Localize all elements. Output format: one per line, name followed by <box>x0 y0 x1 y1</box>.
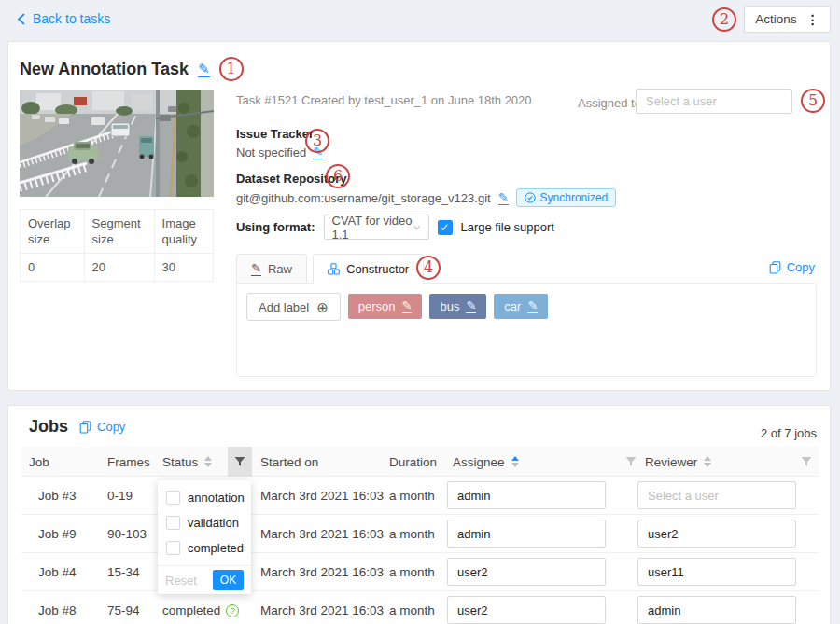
copy-jobs-button[interactable]: Copy <box>79 420 125 434</box>
reviewer-input[interactable] <box>637 481 796 509</box>
format-select-value: CVAT for video 1.1 <box>332 214 414 242</box>
filter-option-completed-label: completed <box>188 541 244 555</box>
reviewer-input[interactable] <box>637 520 796 548</box>
filter-option-annotation[interactable]: annotation <box>158 485 251 510</box>
format-select[interactable]: CVAT for video 1.1 <box>324 215 429 240</box>
filter-option-annotation-label: annotation <box>188 491 245 505</box>
plus-circle-icon: ⊕ <box>316 300 329 314</box>
reviewer-input[interactable] <box>637 596 796 624</box>
started-cell: March 3rd 2021 16:03 <box>260 553 384 591</box>
annotation-circle-1: 1 <box>219 57 244 81</box>
jobs-card: Jobs Copy 2 of 7 jobs Job Frames Status … <box>7 405 831 624</box>
copy-labels-button[interactable]: Copy <box>769 260 815 274</box>
col-frames: Frames <box>107 447 150 477</box>
label-constructor-panel: Add label ⊕ person ✎ bus ✎ car ✎ <box>236 283 817 377</box>
assignee-input[interactable] <box>447 596 606 624</box>
job-link[interactable]: Job #9 <box>38 515 77 553</box>
col-reviewer[interactable]: Reviewer <box>645 447 711 477</box>
frames-cell: 90-103 <box>107 515 147 553</box>
status-filter-dropdown: annotation validation completed Reset OK <box>158 480 251 594</box>
copy-jobs-label: Copy <box>97 420 125 434</box>
annotation-circle-4: 4 <box>416 256 441 280</box>
reviewer-sorter-icon[interactable] <box>704 456 711 467</box>
label-tag-bus-name: bus <box>440 299 459 313</box>
started-cell: March 3rd 2021 16:03 <box>260 591 384 624</box>
filter-ok-button[interactable]: OK <box>213 570 244 590</box>
actions-button[interactable]: Actions ⋮ <box>744 6 831 33</box>
label-tag-car[interactable]: car ✎ <box>494 294 548 319</box>
checkbox-validation[interactable] <box>166 516 180 530</box>
annotation-circle-3: 3 <box>305 129 329 153</box>
repository-url: git@github.com:username/git_storage_v123… <box>236 191 491 205</box>
task-preview-image <box>20 90 214 197</box>
checkbox-completed[interactable] <box>166 541 180 555</box>
job-link[interactable]: Job #3 <box>38 477 77 515</box>
back-to-tasks-link[interactable]: Back to tasks <box>17 11 110 26</box>
col-reviewer-label: Reviewer <box>645 455 697 469</box>
large-file-label: Large file support <box>461 220 554 234</box>
cvat-task-page: Back to tasks 2 Actions ⋮ New Annotation… <box>0 0 840 624</box>
label-tag-car-name: car <box>504 299 521 313</box>
edit-label-person-icon[interactable]: ✎ <box>402 299 413 313</box>
more-icon: ⋮ <box>806 12 819 27</box>
assignee-input[interactable] <box>447 520 606 548</box>
frames-cell: 75-94 <box>107 591 140 624</box>
col-assignee-label: Assignee <box>453 455 505 469</box>
frames-cell: 0-19 <box>107 477 133 515</box>
task-meta: Task #1521 Created by test_user_1 on Jun… <box>236 93 532 107</box>
param-value-segment: 20 <box>84 254 154 282</box>
reviewer-filter-icon[interactable] <box>794 447 819 477</box>
status-sorter-icon[interactable] <box>204 456 212 467</box>
chevron-left-icon <box>17 13 25 25</box>
filter-reset-button[interactable]: Reset <box>165 574 197 588</box>
copy-icon <box>79 421 91 434</box>
assignee-filter-icon[interactable] <box>619 447 643 477</box>
status-completed-label: completed <box>162 603 220 617</box>
sync-status-badge: Synchronized <box>516 188 617 207</box>
add-label-button[interactable]: Add label ⊕ <box>246 293 341 321</box>
check-circle-icon <box>525 192 536 203</box>
filter-option-validation[interactable]: validation <box>158 510 251 535</box>
task-title: New Annotation Task <box>20 60 189 79</box>
annotation-circle-5: 5 <box>801 89 825 113</box>
started-cell: March 3rd 2021 16:03 <box>260 515 384 553</box>
status-cell: completed ? <box>162 591 239 624</box>
frames-cell: 15-34 <box>107 553 140 591</box>
col-status[interactable]: Status <box>162 447 212 477</box>
label-tag-bus[interactable]: bus ✎ <box>429 294 486 319</box>
label-tag-person[interactable]: person ✎ <box>348 294 423 319</box>
assignee-select-input[interactable] <box>636 89 792 114</box>
jobs-count: 2 of 7 jobs <box>761 426 817 440</box>
build-icon <box>328 263 340 275</box>
param-header-overlap: Overlap size <box>21 210 85 254</box>
checkbox-annotation[interactable] <box>166 491 180 505</box>
tab-constructor[interactable]: Constructor <box>313 254 424 284</box>
reviewer-input[interactable] <box>637 558 796 586</box>
label-editor-tabs: ✎ Raw Constructor 4 Copy <box>236 254 817 284</box>
assignee-input[interactable] <box>447 481 606 509</box>
filter-option-validation-label: validation <box>188 516 239 530</box>
jobs-title: Jobs <box>29 417 68 437</box>
traffic-scene-illustration <box>20 90 214 197</box>
tab-raw[interactable]: ✎ Raw <box>236 254 307 284</box>
edit-repository-icon[interactable]: ✎ <box>498 191 509 205</box>
col-status-label: Status <box>162 455 198 469</box>
job-link[interactable]: Job #8 <box>38 591 77 624</box>
col-assignee[interactable]: Assignee <box>453 447 519 477</box>
edit-title-icon[interactable]: ✎ <box>198 62 210 77</box>
job-link[interactable]: Job #4 <box>38 553 77 591</box>
edit-label-bus-icon[interactable]: ✎ <box>466 299 476 313</box>
duration-cell: a month <box>389 477 435 515</box>
annotation-circle-6: 6 <box>326 164 350 188</box>
label-tag-person-name: person <box>358 299 396 313</box>
assignee-input[interactable] <box>447 558 606 586</box>
job-row-3: Job #3 0-19 March 3rd 2021 16:03 a month <box>21 477 819 515</box>
duration-cell: a month <box>389 553 435 591</box>
status-filter-icon[interactable] <box>228 447 252 477</box>
col-duration: Duration <box>389 447 437 477</box>
assignee-sorter-icon[interactable] <box>511 456 519 467</box>
large-file-checkbox[interactable]: ✓ <box>438 220 453 235</box>
edit-label-car-icon[interactable]: ✎ <box>527 299 538 313</box>
filter-option-completed[interactable]: completed <box>158 535 251 561</box>
task-parameters-table: Overlap size Segment size Image quality … <box>20 209 214 282</box>
